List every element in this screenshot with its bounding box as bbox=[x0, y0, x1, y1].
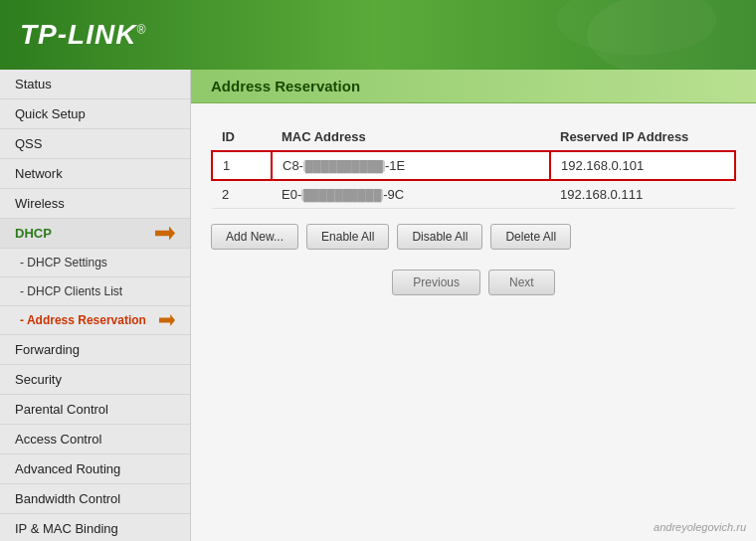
col-id: ID bbox=[212, 123, 272, 151]
sidebar-item-dhcp-settings[interactable]: - DHCP Settings bbox=[0, 249, 190, 277]
action-buttons: Add New... Enable All Disable All Delete… bbox=[211, 224, 736, 250]
sidebar-item-parental-control[interactable]: Parental Control bbox=[0, 395, 190, 425]
table-row: 1C8-██████████-1E192.168.0.101 bbox=[212, 151, 735, 180]
logo-text: TP-LINK bbox=[20, 19, 136, 50]
nav-buttons: Previous Next bbox=[211, 270, 736, 295]
trademark: ® bbox=[136, 23, 146, 37]
sidebar-item-wireless[interactable]: Wireless bbox=[0, 189, 190, 219]
sidebar-item-quick-setup[interactable]: Quick Setup bbox=[0, 99, 190, 129]
dhcp-arrow-icon bbox=[155, 227, 175, 241]
sidebar: Status Quick Setup QSS Network Wireless … bbox=[0, 70, 191, 541]
col-ip: Reserved IP Address bbox=[550, 123, 735, 151]
cell-id: 2 bbox=[212, 180, 272, 209]
sidebar-item-bandwidth-control[interactable]: Bandwidth Control bbox=[0, 484, 190, 514]
previous-button[interactable]: Previous bbox=[392, 270, 480, 295]
cell-mac: C8-██████████-1E bbox=[272, 151, 550, 180]
sidebar-item-dhcp-clients[interactable]: - DHCP Clients List bbox=[0, 277, 190, 306]
reservation-table: ID MAC Address Reserved IP Address 1C8-█… bbox=[211, 123, 736, 209]
page-title: Address Reservation bbox=[191, 70, 756, 103]
main-content: Address Reservation ID MAC Address Reser… bbox=[191, 70, 756, 541]
mac-blur: ██████████ bbox=[303, 160, 385, 172]
sidebar-item-address-reservation[interactable]: - Address Reservation bbox=[0, 306, 190, 335]
sidebar-item-qss[interactable]: QSS bbox=[0, 129, 190, 159]
sidebar-item-network[interactable]: Network bbox=[0, 159, 190, 189]
address-reservation-arrow-icon bbox=[159, 314, 175, 326]
content-area: ID MAC Address Reserved IP Address 1C8-█… bbox=[191, 118, 756, 300]
cell-ip: 192.168.0.101 bbox=[550, 151, 735, 180]
cell-mac: E0-██████████-9C bbox=[272, 180, 550, 209]
sidebar-item-dhcp[interactable]: DHCP bbox=[0, 219, 190, 249]
sidebar-item-forwarding[interactable]: Forwarding bbox=[0, 335, 190, 365]
disable-all-button[interactable]: Disable All bbox=[397, 224, 482, 250]
mac-blur: ██████████ bbox=[301, 189, 383, 201]
layout: Status Quick Setup QSS Network Wireless … bbox=[0, 70, 756, 541]
header: TP-LINK® bbox=[0, 0, 756, 70]
col-mac: MAC Address bbox=[272, 123, 550, 151]
sidebar-item-access-control[interactable]: Access Control bbox=[0, 425, 190, 454]
delete-all-button[interactable]: Delete All bbox=[490, 224, 571, 250]
enable-all-button[interactable]: Enable All bbox=[306, 224, 389, 250]
sidebar-item-status[interactable]: Status bbox=[0, 70, 190, 99]
watermark: andreyolegovich.ru bbox=[654, 521, 746, 533]
cell-ip: 192.168.0.111 bbox=[550, 180, 735, 209]
sidebar-item-ip-mac-binding[interactable]: IP & MAC Binding bbox=[0, 514, 190, 541]
sidebar-item-security[interactable]: Security bbox=[0, 365, 190, 395]
cell-id: 1 bbox=[212, 151, 272, 180]
logo: TP-LINK® bbox=[20, 19, 146, 51]
next-button[interactable]: Next bbox=[488, 270, 555, 295]
sidebar-item-advanced-routing[interactable]: Advanced Routing bbox=[0, 454, 190, 484]
table-row: 2E0-██████████-9C192.168.0.111 bbox=[212, 180, 735, 209]
add-new-button[interactable]: Add New... bbox=[211, 224, 298, 250]
